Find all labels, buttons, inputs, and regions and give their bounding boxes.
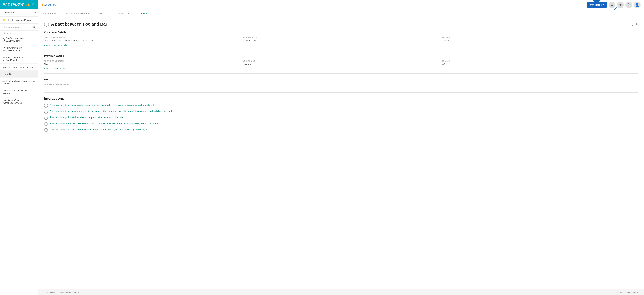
create-example-label: Create Example Project (7, 19, 31, 21)
provider-branch-value: N/A (442, 63, 638, 65)
create-example-button[interactable]: 📁 Create Example Project (0, 17, 38, 24)
integration-label: Integration (0, 31, 38, 35)
settings-button[interactable]: ⚙ (609, 2, 615, 8)
sidebar-item-foo-bar[interactable]: Foo ∞ Bar (0, 71, 38, 78)
tab-overview[interactable]: OVERVIEW (38, 10, 61, 18)
published-at-col: PUBLISHED AT a month ago (243, 37, 440, 42)
interaction-link-5[interactable]: A request to update a team (request.cont… (50, 128, 148, 131)
provider-details-title: Provider Details (44, 54, 638, 57)
consumer-version-col: CONSUMER VERSION a4ef860525e7062a179814a… (44, 37, 241, 42)
more-provider-details-link[interactable]: › More provider details (44, 67, 638, 70)
collapse-button[interactable]: << (32, 3, 36, 6)
chevron-right-icon-provider: › (44, 67, 45, 70)
info-icon: ℹ (42, 3, 43, 7)
collapse-icon[interactable]: − (44, 22, 49, 27)
footer: Candy Goodison <candy.g24@gmail.com> Pac… (38, 289, 644, 295)
interaction-minus-icon-1: − (44, 104, 48, 108)
interaction-link-2[interactable]: A request for a team (response.content-t… (50, 110, 174, 113)
interaction-item-4: − A request to update a team (request.bo… (44, 122, 638, 126)
tab-webhooks[interactable]: WEBHOOKS (113, 10, 136, 18)
provider-branch-col: BRANCH N/A (442, 60, 638, 65)
sidebar-logo: PACTFLOW ✍ << (0, 0, 38, 9)
search-icon: 🔍 (32, 25, 36, 29)
pact-title-row: − A pact between Foo and Bar (44, 22, 107, 27)
provider-version-col: PROVIDER VERSION N/A (44, 60, 241, 65)
interaction-link-1[interactable]: A request for a team (response.body.inco… (50, 104, 156, 107)
spec-version-label: SPECIFICATION VERSION (44, 84, 638, 86)
sidebar-item-pactflow-userservice[interactable]: pactflow-application-saas ∞ User Service (0, 78, 38, 87)
provider-details-grid: PROVIDER VERSION N/A VERIFIED AT Unknown… (44, 60, 638, 65)
top-actions: Can I Deploy ⚙ API (587, 2, 640, 8)
sidebar-item-userserviceclient-pythonuserservice[interactable]: UserServiceClient ∞ PythonUserService (0, 97, 38, 107)
tab-matrix[interactable]: MATRIX (94, 10, 113, 18)
more-consumer-details-link[interactable]: › More consumer details (44, 44, 638, 47)
sidebar-item-mypactconsumer4[interactable]: MyPactConsumer4 ∞ MyOASProvider4 (0, 35, 38, 45)
consumer-details-title: Consumer Details (44, 31, 638, 34)
footer-user: Candy Goodison <candy.g24@gmail.com> (43, 291, 79, 293)
sidebar-item-mypactconsumer3[interactable]: MyPactConsumer3 ∞ MyOASProvider3 (0, 45, 38, 54)
footer-version: Pactflow Version: 0a1215f5c (616, 291, 640, 293)
provider-version-value: N/A (44, 63, 241, 65)
chevron-down-icon: ▾ (34, 11, 36, 14)
interaction-link-4[interactable]: A request to update a team (request.body… (50, 122, 160, 125)
user-button[interactable]: 👤 (634, 2, 640, 8)
sidebar-item-userserviceclient-userservice[interactable]: UserServiceClient ∞ User Service (0, 87, 38, 97)
filter-pacts-field[interactable]: 🔍 (0, 24, 38, 31)
interaction-item-3: − A request for a path that doesn't exis… (44, 116, 638, 120)
consumer-branch-label: BRANCH (442, 37, 638, 39)
pact-actions: ⋮ ↻ (631, 22, 638, 26)
can-i-deploy-button[interactable]: Can I Deploy (587, 2, 607, 8)
sidebar-item-mypactconsumer[interactable]: MyPactConsumer ∞ MyOASProvider (0, 54, 38, 64)
pact-info-section: Pact SPECIFICATION VERSION 2.0.0 (44, 78, 638, 93)
interactions-title: Interactions (44, 97, 638, 101)
provider-version-label: PROVIDER VERSION (44, 60, 241, 62)
interaction-item-1: − A request for a team (response.body.in… (44, 104, 638, 108)
help-button[interactable]: ? (626, 2, 632, 8)
consumer-version-value: a4ef860525e7062a179814a32efac31ad1d607c2 (44, 39, 241, 42)
consumer-branch-value: ⑂ main (442, 39, 638, 42)
consumer-version-label: CONSUMER VERSION (44, 37, 241, 39)
verified-at-value: Unknown (243, 63, 440, 65)
tab-network-diagram[interactable]: NETWORK DIAGRAM (61, 10, 94, 18)
interaction-link-3[interactable]: A request for a path that doesn't exist … (50, 116, 123, 119)
more-options-button[interactable]: ⋮ (631, 22, 634, 26)
interaction-minus-icon-2: − (44, 110, 48, 114)
verified-at-label: VERIFIED AT (243, 60, 440, 62)
tab-pact[interactable]: PACT (136, 10, 152, 18)
sidebar-item-userservice-tenantservice[interactable]: User Service ∞ Tenant Service (0, 64, 38, 71)
refresh-button[interactable]: ↻ (636, 22, 638, 26)
pact-header: − A pact between Foo and Bar ⋮ ↻ (44, 22, 638, 27)
interaction-item-5: − A request to update a team (request.co… (44, 128, 638, 132)
select-team-label: Select team (2, 11, 14, 14)
provider-details-section: Provider Details PROVIDER VERSION N/A VE… (44, 54, 638, 74)
consumer-details-section: Consumer Details CONSUMER VERSION a4ef86… (44, 31, 638, 50)
branch-icon: ⑂ (442, 39, 443, 42)
interaction-minus-icon-3: − (44, 116, 48, 120)
consumer-branch-col: BRANCH ⑂ main (442, 37, 638, 42)
nav-tabs: OVERVIEW NETWORK DIAGRAM MATRIX WEBHOOKS… (38, 10, 644, 18)
whats-new-link[interactable]: ℹ What's New (42, 3, 587, 7)
interaction-item-2: − A request for a team (response.content… (44, 110, 638, 114)
logo-icon: ✍ (26, 3, 30, 7)
chevron-right-icon: › (44, 44, 45, 47)
spec-version-value: 2.0.0 (44, 86, 638, 89)
pact-info-title: Pact (44, 78, 638, 81)
api-button[interactable]: API (617, 2, 624, 8)
pact-title: A pact between Foo and Bar (51, 22, 107, 27)
consumer-details-grid: CONSUMER VERSION a4ef860525e7062a179814a… (44, 37, 638, 42)
interactions-section: Interactions − A request for a team (res… (44, 97, 638, 132)
published-at-value: a month ago (243, 39, 440, 42)
published-at-label: PUBLISHED AT (243, 37, 440, 39)
logo-text: PACTFLOW (3, 3, 24, 7)
select-team-dropdown[interactable]: Select team ▾ (0, 9, 38, 17)
filter-input[interactable] (2, 26, 32, 28)
content-area: − A pact between Foo and Bar ⋮ ↻ Consume… (38, 18, 644, 289)
interaction-minus-icon-4: − (44, 122, 48, 126)
provider-branch-label: BRANCH (442, 60, 638, 62)
main-panel: ℹ What's New Can I Deploy ⚙ (38, 0, 644, 295)
top-bar: ℹ What's New Can I Deploy ⚙ (38, 0, 644, 10)
folder-icon: 📁 (2, 18, 6, 22)
whats-new-label: What's New (44, 4, 56, 6)
annotation-wrap: ⚙ (609, 2, 615, 8)
verified-at-col: VERIFIED AT Unknown (243, 60, 440, 65)
